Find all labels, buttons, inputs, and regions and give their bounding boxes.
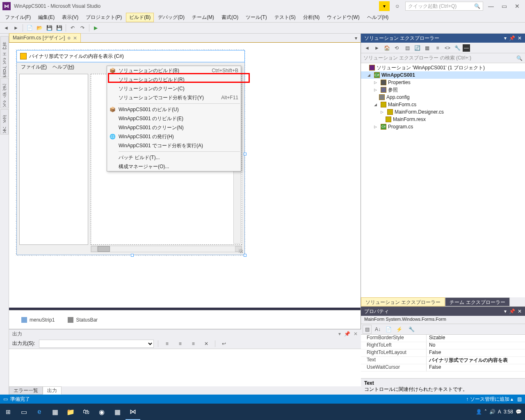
prop-az-icon[interactable]: A↓ xyxy=(373,325,382,334)
menu-analyze[interactable]: 分析(N) xyxy=(300,13,323,22)
component-tray[interactable]: menuStrip1 StatusBar xyxy=(9,310,361,329)
panel-close-icon[interactable]: ✕ xyxy=(354,331,358,337)
menu-window[interactable]: ウィンドウ(W) xyxy=(324,13,363,22)
tab-solution-explorer[interactable]: ソリューション エクスプローラー xyxy=(361,297,445,306)
source-control-status[interactable]: ↑ ソース管理に追加 ▴ xyxy=(466,396,513,403)
visual-studio-taskbar-icon[interactable]: ⋈ xyxy=(126,404,140,420)
prop-row[interactable]: UseWaitCursorFalse xyxy=(361,364,525,372)
tab-dropdown-icon[interactable]: ▾ xyxy=(352,34,361,42)
tree-references[interactable]: ▷参照 xyxy=(361,86,525,94)
start-debug-button[interactable]: ▶ xyxy=(91,25,100,31)
solution-explorer-header[interactable]: ソリューション エクスプローラー ▾ 📌 ✕ xyxy=(361,34,525,43)
sol-home-icon[interactable]: 🏠 xyxy=(382,43,391,52)
tree-appconfig[interactable]: App.config xyxy=(361,94,525,101)
save-all-icon[interactable]: 💾 xyxy=(55,23,64,32)
menu-item-batch-build[interactable]: バッチ ビルド(T)... xyxy=(107,153,241,162)
prop-wrench-icon[interactable]: 🔧 xyxy=(407,325,416,334)
menu-test[interactable]: テスト(S) xyxy=(271,13,299,22)
notifications-icon[interactable]: ▾ xyxy=(379,1,390,11)
task-view-icon[interactable]: ▭ xyxy=(16,404,31,420)
output-prev-icon[interactable]: ≡ xyxy=(176,339,185,348)
sol-collapse-icon[interactable]: ▤ xyxy=(403,43,412,52)
prop-row[interactable]: RightToLeftLayoutFalse xyxy=(361,349,525,357)
tray-up-icon[interactable]: ˄ xyxy=(484,409,487,415)
panel-pin-icon[interactable]: 📌 xyxy=(344,331,350,337)
tray-action-center-icon[interactable]: 💬 xyxy=(516,409,522,415)
menu-item-clean-project[interactable]: WinAppCS001 のクリーン(N) xyxy=(107,123,241,132)
output-next-icon[interactable]: ≡ xyxy=(189,339,198,348)
menu-view[interactable]: 表示(V) xyxy=(59,13,82,22)
panel-dropdown-icon[interactable]: ▾ xyxy=(338,331,341,337)
panel-close-icon[interactable]: ✕ xyxy=(518,35,522,41)
menu-file[interactable]: ファイル(F) xyxy=(2,13,34,22)
listbox-control[interactable] xyxy=(19,74,88,245)
menu-build[interactable]: ビルド(B) xyxy=(126,13,154,22)
menu-item-clean-solution[interactable]: ソリューションのクリーン(C) xyxy=(107,84,241,93)
panel-pin-icon[interactable]: 📌 xyxy=(509,35,515,41)
prop-events-icon[interactable]: ⚡ xyxy=(395,325,404,334)
solution-tree[interactable]: ソリューション 'WinAppCS001' (1 プロジェクト) ◢C#WinA… xyxy=(361,63,525,297)
menu-item-code-analysis-project[interactable]: WinAppCS001 でコード分析を実行(A) xyxy=(107,141,241,150)
nav-fwd-icon[interactable]: ► xyxy=(11,23,21,32)
open-file-icon[interactable]: 📂 xyxy=(35,23,44,32)
explorer-icon[interactable]: 📁 xyxy=(63,404,78,420)
panel-pin-icon[interactable]: 📌 xyxy=(509,308,515,314)
app-icon[interactable]: ▦ xyxy=(110,404,125,420)
prop-row[interactable]: RightToLeftNo xyxy=(361,342,525,349)
close-button[interactable]: ✕ xyxy=(512,2,523,11)
start-button[interactable]: ⊞ xyxy=(1,404,16,420)
component-statusbar[interactable]: StatusBar xyxy=(68,317,98,323)
sol-code-icon[interactable]: <> xyxy=(443,43,452,52)
sol-fwd-icon[interactable]: ► xyxy=(372,43,381,52)
menu-debug[interactable]: デバッグ(D) xyxy=(155,13,188,22)
side-tab-toolbox[interactable]: ツールボックス xyxy=(0,78,9,108)
menu-item-code-analysis-solution[interactable]: ソリューションでコード分析を実行(Y) Alt+F11 xyxy=(107,93,241,102)
tab-output[interactable]: 出力 xyxy=(43,386,62,395)
restore-button[interactable]: ▭ xyxy=(499,2,509,11)
panel-dropdown-icon[interactable]: ▾ xyxy=(504,35,507,41)
sol-showall-icon[interactable]: ▦ xyxy=(422,43,431,52)
menu-edit[interactable]: 編集(E) xyxy=(35,13,58,22)
sol-wrench-icon[interactable]: 🔧 xyxy=(453,43,462,52)
form-menu-file[interactable]: ファイル(F) xyxy=(21,64,47,71)
sol-back-icon[interactable]: ◄ xyxy=(363,43,372,52)
menu-item-publish-project[interactable]: 🌐 WinAppCS001 の発行(H) xyxy=(107,132,241,141)
undo-icon[interactable]: ↶ xyxy=(68,23,77,32)
sol-refresh-icon[interactable]: 🔄 xyxy=(413,43,422,52)
properties-header[interactable]: プロパティ ▾ 📌 ✕ xyxy=(361,307,525,316)
save-icon[interactable]: 💾 xyxy=(45,23,54,32)
minimize-button[interactable]: — xyxy=(486,2,496,11)
chrome-icon[interactable]: ◉ xyxy=(94,404,109,420)
feedback-icon[interactable]: ☺ xyxy=(392,1,403,11)
redo-icon[interactable]: ↷ xyxy=(78,23,87,32)
properties-grid[interactable]: FormBorderStyleSizable RightToLeftNo Rig… xyxy=(361,335,525,378)
solution-explorer-search[interactable]: ソリューション エクスプローラー の検索 (Ctrl+:) 🔍 xyxy=(361,53,525,63)
form-menu-help[interactable]: ヘルプ(H) xyxy=(52,64,74,71)
prop-row[interactable]: FormBorderStyleSizable xyxy=(361,335,525,342)
new-project-icon[interactable]: 📄 xyxy=(25,23,34,32)
tree-project[interactable]: ◢C#WinAppCS001 xyxy=(361,71,525,79)
tree-designer-cs[interactable]: ▷MainForm.Designer.cs xyxy=(361,108,525,116)
tree-mainform[interactable]: ◢MainForm.cs xyxy=(361,101,525,108)
tree-program-cs[interactable]: ▷C#Program.cs xyxy=(361,123,525,130)
tree-properties[interactable]: ▷Properties xyxy=(361,79,525,86)
side-tab-data-sources[interactable]: データ ソース xyxy=(0,109,9,135)
output-goto-icon[interactable]: ≡ xyxy=(162,339,171,348)
tray-ime-icon[interactable]: A xyxy=(498,409,501,415)
output-text[interactable] xyxy=(9,349,361,386)
menu-item-rebuild-project[interactable]: WinAppCS001 のリビルド(E) xyxy=(107,114,241,123)
output-source-select[interactable] xyxy=(39,340,154,348)
component-menustrip[interactable]: menuStrip1 xyxy=(21,317,55,323)
document-tab[interactable]: MainForm.cs [デザイン] ⊕ ✕ xyxy=(9,33,81,42)
menu-item-build-solution[interactable]: 📦 ソリューションのビルド(B) Ctrl+Shift+B xyxy=(107,66,241,75)
tray-clock[interactable]: 3:58 xyxy=(504,409,513,415)
menu-item-config-manager[interactable]: 構成マネージャー(O)... xyxy=(107,162,241,171)
menu-item-rebuild-solution[interactable]: ソリューションのリビルド(R) xyxy=(107,75,241,84)
store-icon[interactable]: 🛍 xyxy=(79,404,94,420)
pin-icon[interactable]: ⊕ xyxy=(67,36,71,40)
tree-resx[interactable]: MainForm.resx xyxy=(361,116,525,123)
prop-props-icon[interactable]: 📄 xyxy=(384,325,393,334)
output-panel-header[interactable]: 出力 ▾ 📌 ✕ xyxy=(9,329,361,338)
sol-properties-icon[interactable]: ≡ xyxy=(433,43,442,52)
output-clear-icon[interactable]: ✕ xyxy=(202,339,211,348)
